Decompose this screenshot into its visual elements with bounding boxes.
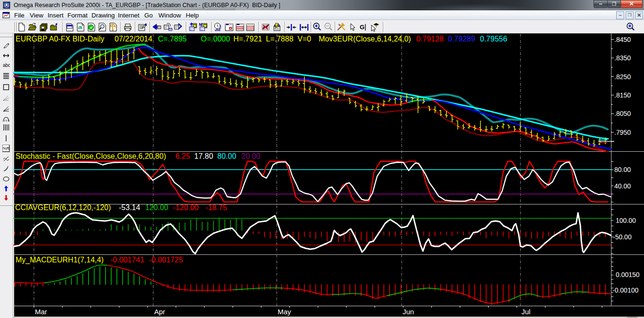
svg-text:40.00: 40.00 — [614, 182, 631, 190]
svg-text:CCIAVGEUR(6,12,120,-120)-53.14: CCIAVGEUR(6,12,120,-120)-53.14120.00-120… — [15, 204, 227, 212]
svg-text:-50.00: -50.00 — [613, 233, 632, 241]
svg-text:.8450: .8450 — [614, 36, 631, 43]
svg-text:My_MACDEURH1(7,14,4)-0.001741-: My_MACDEURH1(7,14,4)-0.001741-0.001725 — [16, 256, 183, 264]
svg-text:.8350: .8350 — [614, 54, 631, 62]
svg-text:Mar: Mar — [35, 308, 47, 316]
svg-text:Jun: Jun — [403, 308, 414, 316]
svg-text:.8150: .8150 — [614, 91, 631, 99]
svg-text:0.00150: 0.00150 — [616, 271, 640, 278]
svg-text:-0.00100: -0.00100 — [612, 286, 638, 294]
svg-text:G: G — [360, 24, 364, 31]
svg-text:May: May — [278, 308, 291, 316]
svg-text:abc: abc — [3, 63, 10, 68]
svg-text:M: M — [199, 22, 203, 27]
svg-text:.8250: .8250 — [614, 73, 631, 81]
svg-text:Jul: Jul — [521, 308, 530, 316]
svg-text:80.00: 80.00 — [614, 166, 631, 173]
svg-text:Apr: Apr — [154, 308, 165, 316]
svg-text:EURGBP A0-FX BID-Daily07/22/20: EURGBP A0-FX BID-Daily07/22/2014C=.7895O… — [16, 35, 507, 43]
svg-text:Stochastic - Fast(Close,Close,: Stochastic - Fast(Close,Close,Close,6,20… — [16, 152, 260, 160]
svg-text:100.00: 100.00 — [616, 217, 636, 224]
svg-text:.8050: .8050 — [614, 110, 631, 117]
svg-text:.7950: .7950 — [614, 129, 631, 136]
svg-text:%R: %R — [3, 146, 9, 151]
